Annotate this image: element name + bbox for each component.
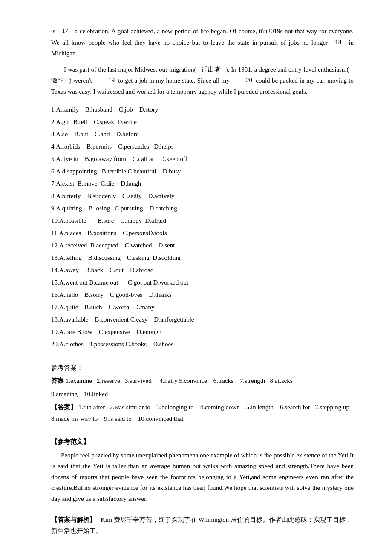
option-5: 5.A.live in B.go away from C.call at D.k…: [51, 155, 187, 162]
reference-body: People feel puzzled by some unexplained …: [51, 450, 354, 505]
option-row-18: 18.A.available B.convenient C.easy D.unf…: [51, 314, 354, 325]
option-row-3: 3.A.so B.but C.and D.before: [51, 129, 354, 140]
option-15: 15.A.went out B.came out C.got out D.wor…: [51, 279, 188, 286]
option-14: 14.A.away B.back C.out D.abroad: [51, 267, 153, 273]
option-4: 4.A.forbids B.permits C.persuades D.help…: [51, 143, 173, 150]
option-row-17: 17.A.quite B.such C.worth D.many: [51, 302, 354, 313]
option-row-20: 20.A.clothes B.possessions C.books D.sho…: [51, 339, 354, 350]
option-row-19: 19.A.rare B.low C.expensive D.enough: [51, 326, 354, 338]
option-row-5: 5.A.live in B.go away from C.call at D.k…: [51, 153, 354, 165]
option-row-11: 11.A.places B.positions C.personsD.tools: [51, 227, 354, 239]
paragraph-2: I was part of the last major Midwest out…: [51, 64, 354, 98]
option-19: 19.A.rare B.low C.expensive D.enough: [51, 328, 161, 335]
option-1: 1.A.family B.husband C.job D.story: [51, 106, 158, 113]
option-row-16: 16.A.hello B.sorry C.good-byes D.thanks: [51, 289, 354, 301]
option-row-6: 6.A.disappointing B.terrible C.beautiful…: [51, 166, 354, 177]
main-content: is 17 a celebration. A goal achieved, a …: [51, 26, 354, 536]
option-row-7: 7.A.exist B.move C.die D.laugh: [51, 178, 354, 190]
option-row-14: 14.A.away B.back C.out D.abroad: [51, 265, 354, 276]
answer-line1-content: 1.examine 2.reserve 3.survived 4.hairy 5…: [66, 377, 293, 384]
option-row-2: 2.A.go B.tell C.speak D.write: [51, 116, 354, 128]
answer-line2: 9.amazing 10.linked: [51, 388, 354, 400]
option-row-1: 1.A.family B.husband C.job D.story: [51, 104, 354, 115]
analysis-section: 【答案与解析】 Kim 费尽千辛万苦，终于实现了在 Wilmington 居住的…: [51, 515, 354, 536]
blank-17: 17: [58, 26, 73, 37]
text-is: is: [51, 28, 58, 35]
option-3: 3.A.so B.but C.and D.before: [51, 131, 138, 138]
answer-line1: 答案 1.examine 2.reserve 3.survived 4.hair…: [51, 375, 354, 387]
bracket-line: 【答案】 1.run after 2.was similar to 3.belo…: [51, 402, 354, 425]
option-13: 13.A.telling B.discussing C.asking D.sco…: [51, 254, 181, 261]
option-11: 11.A.places B.positions C.personsD.tools: [51, 230, 167, 236]
text-after-19: to get a job in my home state. Since all…: [116, 77, 231, 84]
option-row-15: 15.A.went out B.came out C.got out D.wor…: [51, 277, 354, 288]
option-17: 17.A.quite B.such C.worth D.many: [51, 304, 154, 311]
option-18: 18.A.available B.convenient C.easy D.unf…: [51, 316, 194, 323]
options-section: 1.A.family B.husband C.job D.story 2.A.g…: [51, 104, 354, 350]
option-9: 9.A.quitting B.losing C.pursuing D.catch…: [51, 205, 177, 212]
answer-section: 参考答案： 答案 1.examine 2.reserve 3.survived …: [51, 362, 354, 425]
option-20: 20.A.clothes B.possessions C.books D.sho…: [51, 341, 173, 348]
option-2: 2.A.go B.tell C.speak D.write: [51, 118, 137, 125]
option-6: 6.A.disappointing B.terrible C.beautiful…: [51, 168, 181, 175]
option-16: 16.A.hello B.sorry C.good-byes D.thanks: [51, 291, 172, 298]
option-row-12: 12.A.received B.accepted C.watched D.sen…: [51, 240, 354, 251]
blank-20: 20: [231, 75, 254, 86]
answer-label: 答案: [51, 377, 64, 384]
option-8: 8.A.bitterly B.suddenly C.sadly D.active…: [51, 193, 175, 199]
bracket-label: 【答案】: [51, 404, 77, 411]
option-row-4: 4.A.forbids B.permits C.persuades D.help…: [51, 141, 354, 152]
option-row-8: 8.A.bitterly B.suddenly C.sadly D.active…: [51, 190, 354, 202]
bracket-content: 1.run after 2.was similar to 3.belonging…: [51, 404, 349, 422]
option-12: 12.A.received B.accepted C.watched D.sen…: [51, 242, 175, 249]
option-7: 7.A.exist B.move C.die D.laugh: [51, 180, 141, 187]
option-row-9: 9.A.quitting B.losing C.pursuing D.catch…: [51, 203, 354, 214]
reference-title: 【参考范文】: [51, 437, 354, 448]
text-after-17: a celebration. A goal achieved, a new pe…: [51, 28, 354, 46]
analysis-title: 【答案与解析】: [51, 516, 96, 523]
paragraph-1: is 17 a celebration. A goal achieved, a …: [51, 26, 354, 59]
blank-18: 18: [331, 37, 346, 49]
option-row-13: 13.A.telling B.discussing C.asking D.sco…: [51, 252, 354, 264]
option-10: 10.A.possible B.sure C.happy D.afraid: [51, 217, 166, 224]
option-row-10: 10.A.possible B.sure C.happy D.afraid: [51, 215, 354, 227]
blank-19: 19: [94, 75, 116, 86]
analysis-body: Kim 费尽千辛万苦，终于实现了在 Wilmington 居住的目标。作者由此感…: [51, 516, 352, 534]
answer-title: 参考答案：: [51, 362, 354, 374]
reference-section: 【参考范文】 People feel puzzled by some unexp…: [51, 437, 354, 504]
